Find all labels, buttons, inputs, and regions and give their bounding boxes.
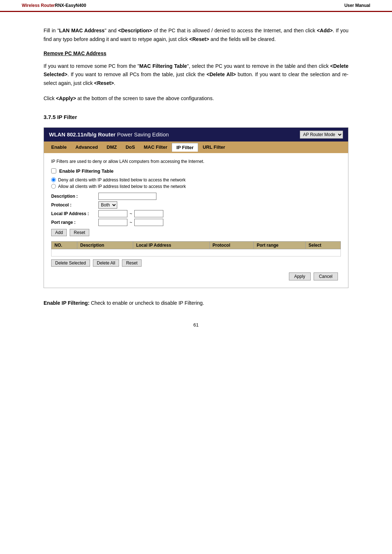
header-brand: Wireless Router: [22, 3, 55, 8]
nav-item-advanced[interactable]: Advanced: [71, 143, 102, 151]
header-model: RNX-EasyN400: [55, 3, 86, 8]
router-nav: Enable Advanced DMZ DoS MAC Filter IP Fi…: [44, 141, 348, 153]
port-from-input[interactable]: [98, 219, 127, 226]
cancel-button[interactable]: Cancel: [314, 272, 338, 280]
radio-allow: Allow all clients with IP address listed…: [51, 184, 341, 189]
form-row-local-ip: Local IP Address : ~: [51, 210, 341, 217]
router-title-bold: WLAN 802.11n/b/g Router: [49, 131, 115, 138]
col-local-ip: Local IP Address: [133, 241, 209, 249]
enable-ip-filtering-checkbox[interactable]: [51, 168, 56, 173]
port-separator: ~: [130, 220, 132, 225]
col-description: Description: [77, 241, 133, 249]
enable-ip-desc-text: Check to enable or uncheck to disable IP…: [91, 300, 204, 306]
router-description: IP Filters are used to deny or allow LAN…: [51, 159, 341, 164]
form-row-description: Description :: [51, 193, 341, 200]
form-row-protocol: Protocol : Both TCP UDP: [51, 201, 341, 209]
radio-allow-label: Allow all clients with IP address listed…: [58, 184, 186, 189]
form-row-port-range: Port range : ~: [51, 219, 341, 226]
nav-item-mac-filter[interactable]: MAC Filter: [139, 143, 172, 151]
add-button[interactable]: Add: [51, 229, 67, 236]
filter-table: NO. Description Local IP Address Protoco…: [51, 241, 341, 257]
section-heading-remove-mac: Remove PC MAC Address: [44, 50, 348, 56]
description-label: Description :: [51, 194, 98, 199]
enable-ip-filtering-text: Enable IP Filtering: Check to enable or …: [44, 299, 348, 308]
col-select: Select: [305, 241, 340, 249]
header-brand-model: Wireless RouterRNX-EasyN400: [22, 3, 86, 8]
ip-filter-form: Description : Protocol : Both TCP UDP Lo…: [51, 193, 341, 226]
nav-item-enable[interactable]: Enable: [47, 143, 71, 151]
apply-cancel-buttons: Apply Cancel: [51, 270, 341, 283]
local-ip-label: Local IP Address :: [51, 211, 98, 216]
description-input[interactable]: [98, 193, 156, 200]
protocol-label: Protocol :: [51, 202, 98, 208]
nav-item-ip-filter[interactable]: IP Filter: [172, 143, 198, 152]
nav-item-url-filter[interactable]: URL Filter: [198, 143, 229, 151]
reset-button[interactable]: Reset: [70, 229, 89, 236]
nav-item-dmz[interactable]: DMZ: [102, 143, 121, 151]
apply-button[interactable]: Apply: [289, 272, 311, 280]
page-header: Wireless RouterRNX-EasyN400 User Manual: [0, 0, 392, 12]
delete-selected-button[interactable]: Delete Selected: [51, 259, 90, 267]
table-row-empty: [52, 249, 341, 256]
header-manual: User Manual: [344, 3, 370, 8]
radio-deny-input[interactable]: [51, 177, 56, 182]
page-number: 61: [44, 322, 348, 328]
router-title: WLAN 802.11n/b/g Router Power Saving Edi…: [49, 131, 169, 138]
local-ip-to-input[interactable]: [134, 210, 163, 217]
radio-deny: Deny all clients with IP address listed …: [51, 177, 341, 182]
action-buttons: Delete Selected Delete All Reset: [51, 259, 341, 267]
reset2-button[interactable]: Reset: [122, 259, 141, 267]
main-content: Fill in "LAN MAC Address" and <Descripti…: [22, 12, 370, 342]
add-reset-buttons: Add Reset: [51, 229, 341, 236]
radio-allow-input[interactable]: [51, 184, 56, 189]
enable-label: Enable IP Filtering Table: [59, 168, 114, 174]
subsection-heading-ip-filter: 3.7.5 IP Filter: [44, 114, 348, 120]
enable-row: Enable IP Filtering Table: [51, 168, 341, 174]
router-ui-box: WLAN 802.11n/b/g Router Power Saving Edi…: [44, 127, 348, 288]
router-title-thin: Power Saving Edition: [115, 131, 169, 138]
router-mode-select[interactable]: AP Router Mode: [300, 131, 343, 139]
ip-separator: ~: [130, 211, 132, 216]
port-range-label: Port range :: [51, 220, 98, 225]
protocol-select[interactable]: Both TCP UDP: [98, 201, 117, 209]
local-ip-from-input[interactable]: [98, 210, 127, 217]
paragraph-1: Fill in "LAN MAC Address" and <Descripti…: [44, 26, 348, 44]
col-protocol: Protocol: [209, 241, 254, 249]
paragraph-3: Click <Apply> at the bottom of the scree…: [44, 94, 348, 103]
radio-deny-label: Deny all clients with IP address listed …: [58, 177, 185, 182]
router-header: WLAN 802.11n/b/g Router Power Saving Edi…: [44, 128, 348, 141]
router-body: IP Filters are used to deny or allow LAN…: [44, 153, 348, 288]
enable-ip-label: Enable IP Filtering:: [44, 300, 90, 306]
port-to-input[interactable]: [134, 219, 163, 226]
col-no: NO.: [52, 241, 77, 249]
col-port-range: Port range: [254, 241, 306, 249]
nav-item-dos[interactable]: DoS: [121, 143, 139, 151]
delete-all-button[interactable]: Delete All: [93, 259, 119, 267]
paragraph-2: If you want to remove some PC from the "…: [44, 62, 348, 88]
